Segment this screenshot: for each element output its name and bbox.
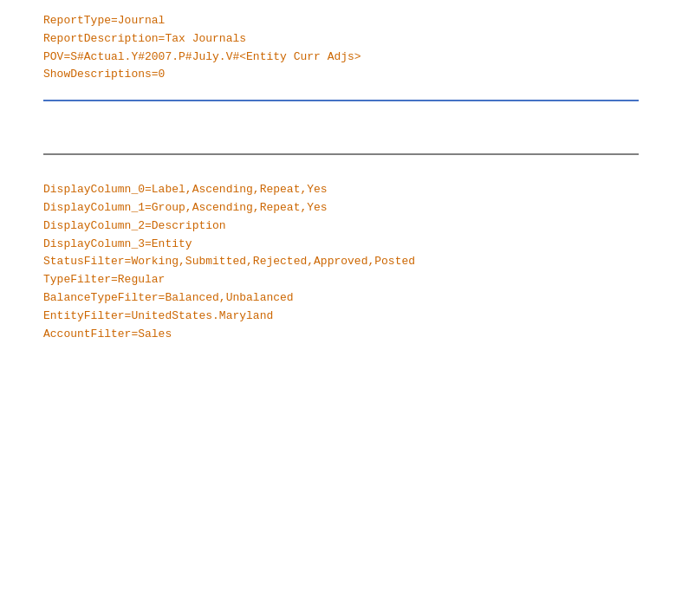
- line-display-col-0: DisplayColumn_0=Label,Ascending,Repeat,Y…: [43, 181, 639, 199]
- line-report-description: ReportDescription=Tax Journals: [43, 30, 639, 49]
- line-report-type: ReportType=Journal: [43, 12, 639, 30]
- line-account-filter: AccountFilter=Sales: [43, 326, 639, 344]
- top-section: ReportType=Journal ReportDescription=Tax…: [0, 0, 682, 100]
- line-display-col-1: DisplayColumn_1=Group,Ascending,Repeat,Y…: [43, 199, 639, 217]
- line-balance-type-filter: BalanceTypeFilter=Balanced,Unbalanced: [43, 289, 639, 308]
- line-entity-filter: EntityFilter=UnitedStates.Maryland: [43, 308, 639, 326]
- line-display-col-3: DisplayColumn_3=Entity: [43, 236, 639, 254]
- middle-section: [0, 101, 682, 153]
- line-type-filter: TypeFilter=Regular: [43, 271, 639, 289]
- line-display-col-2: DisplayColumn_2=Description: [43, 217, 639, 236]
- line-pov: POV=S#Actual.Y#2007.P#July.V#<Entity Cur…: [43, 49, 639, 67]
- line-status-filter: StatusFilter=Working,Submitted,Rejected,…: [43, 253, 639, 271]
- page-container: ReportType=Journal ReportDescription=Tax…: [0, 0, 682, 616]
- line-show-descriptions: ShowDescriptions=0: [43, 66, 639, 84]
- bottom-section: DisplayColumn_0=Label,Ascending,Repeat,Y…: [0, 155, 682, 360]
